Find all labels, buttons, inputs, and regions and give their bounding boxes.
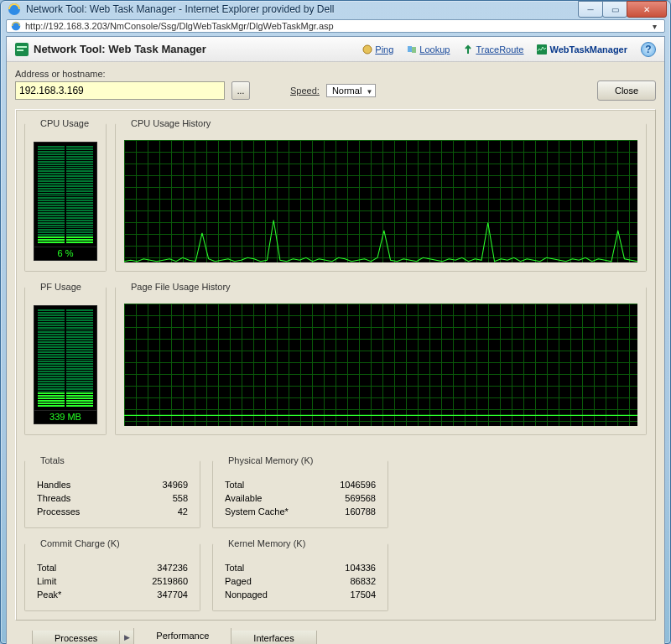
app-logo-icon [15,43,29,56]
app-title: Network Tool: Web Task Manager [34,43,362,55]
commit-title: Commit Charge (K) [37,538,123,548]
svg-point-1 [12,22,21,31]
threads-label: Threads [35,492,129,504]
app-body: Address or hostname: ... Speed: Normal C… [7,62,664,644]
pf-gauge-value: 339 MB [34,411,97,424]
app-toolbar: Network Tool: Web Task Manager Ping Look… [7,37,664,62]
physmem-total-value: 1046596 [321,479,377,491]
browser-window: Network Tool: Web Task Manager - Interne… [0,0,671,644]
performance-panel: CPU Usage 6 % CPU Usage History [15,109,656,621]
window-titlebar: Network Tool: Web Task Manager - Interne… [1,1,670,18]
url-dropdown-icon[interactable]: ▾ [648,22,661,31]
app-content: Network Tool: Web Task Manager Ping Look… [6,36,665,644]
svg-point-5 [363,45,372,54]
commit-total-value: 347236 [101,562,190,574]
browser-address-bar[interactable]: http://192.168.3.203/NmConsole/Ssg/DlgWe… [6,19,665,33]
cpu-usage-group: CPU Usage 6 % [24,118,107,272]
tab-interfaces[interactable]: Interfaces [231,631,316,644]
svg-rect-6 [408,46,412,52]
threads-value: 558 [131,492,190,504]
nav-traceroute[interactable]: TraceRoute [463,44,523,55]
pf-history-chart [124,304,637,426]
window-close-button[interactable]: ✕ [627,1,667,18]
url-text: http://192.168.3.203/NmConsole/Ssg/DlgWe… [22,21,648,31]
pf-history-title: Page File Usage History [127,282,234,292]
physmem-avail-value: 569568 [321,492,377,504]
physmem-total-label: Total [223,479,320,491]
taskmgr-icon [537,44,547,55]
physmem-avail-label: Available [223,492,320,504]
svg-rect-3 [17,46,27,48]
tab-indicator-icon: ▶ [119,631,134,644]
cpu-gauge-title: CPU Usage [37,118,92,128]
speed-select[interactable]: Normal [326,84,376,97]
window-title: Network Tool: Web Task Manager - Interne… [26,3,579,15]
processes-value: 42 [131,506,190,517]
tab-processes[interactable]: Processes [32,631,120,644]
physmem-cache-label: System Cache* [223,506,320,517]
pf-gauge-title: PF Usage [37,282,85,292]
totals-group: Totals Handles34969 Threads558 Processes… [24,455,200,528]
page-icon [10,20,22,32]
cpu-history-group: CPU Usage History [115,118,647,272]
commit-peak-value: 347704 [101,589,190,600]
kmem-paged-label: Paged [223,575,310,587]
close-button[interactable]: Close [597,80,656,101]
commit-limit-value: 2519860 [101,575,190,587]
processes-label: Processes [35,506,129,517]
handles-value: 34969 [131,479,190,491]
window-minimize-button[interactable]: ─ [578,1,603,18]
traceroute-icon [463,44,473,55]
commit-group: Commit Charge (K) Total347236 Limit25198… [24,538,200,611]
svg-rect-7 [412,47,416,53]
svg-rect-4 [17,49,23,51]
pf-usage-group: PF Usage 339 MB [24,282,107,435]
nav-ping[interactable]: Ping [362,44,393,55]
address-browse-button[interactable]: ... [231,81,250,100]
kmem-paged-value: 86832 [312,575,377,587]
kmem-nonpaged-value: 17504 [312,589,377,600]
cpu-gauge-value: 6 % [34,247,97,261]
cpu-gauge [34,142,97,247]
nav-lookup[interactable]: Lookup [407,44,450,55]
physmem-group: Physical Memory (K) Total1046596 Availab… [212,455,388,528]
cpu-history-title: CPU Usage History [127,118,214,128]
globe-icon [362,44,372,55]
tab-bar: Processes ▶ Performance Interfaces [32,627,656,644]
address-input[interactable] [15,81,225,100]
pf-gauge [34,305,97,411]
help-icon[interactable]: ? [641,42,656,57]
kmem-total-label: Total [223,562,310,574]
kmem-group: Kernel Memory (K) Total104336 Paged86832… [212,538,388,611]
handles-label: Handles [35,479,129,491]
totals-title: Totals [37,455,68,465]
kmem-nonpaged-label: Nonpaged [223,589,310,600]
pf-history-group: Page File Usage History [115,282,647,435]
tab-performance[interactable]: Performance [133,628,231,644]
physmem-cache-value: 160788 [321,506,377,517]
kmem-total-value: 104336 [312,562,377,574]
physmem-title: Physical Memory (K) [225,455,316,465]
lookup-icon [407,44,417,55]
ie-icon [8,3,21,16]
commit-total-label: Total [35,562,99,574]
window-maximize-button[interactable]: ▭ [602,1,627,18]
commit-peak-label: Peak* [35,589,99,600]
speed-label[interactable]: Speed: [290,86,320,96]
kmem-title: Kernel Memory (K) [225,538,309,548]
nav-webtaskmanager[interactable]: WebTaskManager [537,44,627,55]
commit-limit-label: Limit [35,575,99,587]
cpu-history-chart [124,140,637,262]
address-label: Address or hostname: [15,69,656,79]
